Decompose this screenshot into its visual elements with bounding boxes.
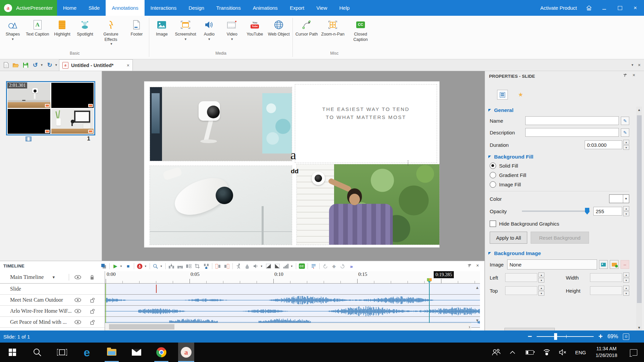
document-tab[interactable]: a Untitled - Untitled* × — [59, 59, 133, 71]
menu-animations[interactable]: Animations — [247, 0, 284, 16]
play-dropdown-icon[interactable]: ▼ — [120, 265, 122, 268]
crop-to-range-icon[interactable] — [195, 263, 201, 269]
tabstrip-close-icon[interactable]: × — [638, 62, 641, 68]
zoom-slider-thumb[interactable] — [554, 333, 557, 340]
select-image-button[interactable] — [599, 260, 608, 269]
cursor-path-button[interactable]: Cursor Path — [294, 19, 320, 38]
blur-effect-icon[interactable] — [244, 263, 250, 269]
gradient-fill-radio[interactable] — [490, 172, 496, 178]
transition-previous-icon[interactable] — [322, 263, 328, 269]
video-frame-title-card[interactable]: THE EASIEST WAY TO TEND TO WHAT MATTERS … — [295, 84, 437, 163]
shapes-button[interactable]: Shapes▼ — [1, 19, 24, 42]
duration-input[interactable]: 0:03.000 — [585, 140, 622, 149]
action-center-icon[interactable] — [623, 343, 644, 362]
screenshot-button[interactable]: Screenshot▼ — [173, 19, 198, 42]
menu-view[interactable]: View — [310, 0, 333, 16]
audio-button[interactable]: Audio▼ — [198, 19, 221, 42]
video-frame-ceiling-cam[interactable] — [150, 166, 292, 245]
zoom-in-button[interactable]: + — [598, 333, 603, 340]
width-stepper[interactable]: ▲▼ — [623, 273, 629, 283]
audio-effect-dropdown-icon[interactable]: ▼ — [260, 265, 263, 268]
slide-canvas[interactable]: THE EASIEST WAY TO TEND TO WHAT MATTERS … — [144, 81, 439, 247]
cursor-effects-icon[interactable] — [235, 263, 241, 269]
playhead-marker[interactable] — [427, 278, 432, 284]
menu-slide[interactable]: Slide — [83, 0, 106, 16]
audio-track-2[interactable] — [105, 306, 480, 317]
highlight-button[interactable]: Highlight — [51, 19, 73, 38]
tray-expand-icon[interactable] — [504, 343, 521, 362]
file-explorer-button[interactable] — [99, 343, 124, 362]
visibility-all-icon[interactable] — [74, 275, 81, 279]
slide-thumbnail[interactable]: 2:01.301 — [6, 81, 95, 135]
zoom-out-button[interactable]: − — [528, 333, 532, 340]
left-input[interactable] — [505, 273, 537, 282]
main-timeline-selector[interactable]: Main Timeline ▼ — [0, 271, 105, 284]
redo-dropdown-icon[interactable]: ▼ — [55, 63, 58, 67]
scroll-down-icon[interactable]: ▼ — [636, 324, 642, 330]
section-background-fill[interactable]: Background Fill — [488, 154, 634, 160]
track-visibility-icon[interactable] — [74, 309, 81, 313]
timeline-dropdown-icon[interactable]: ▼ — [52, 275, 56, 279]
height-input[interactable] — [590, 286, 622, 295]
mail-button[interactable] — [124, 343, 149, 362]
scroll-right-icon[interactable]: › — [469, 324, 470, 329]
track-unlock-icon[interactable] — [90, 298, 95, 303]
opacity-stepper[interactable]: ▲▼ — [623, 206, 629, 216]
slide-track[interactable] — [105, 284, 480, 295]
properties-tab-slide[interactable] — [497, 90, 508, 100]
web-object-button[interactable]: Web Object — [266, 19, 291, 38]
video-frame-install-cam[interactable] — [297, 164, 439, 245]
chrome-button[interactable] — [149, 343, 174, 362]
menu-interactions[interactable]: Interactions — [145, 0, 183, 16]
properties-tab-interactivity[interactable]: ★ — [515, 90, 526, 100]
name-edit-button[interactable]: ✎ — [621, 117, 629, 125]
task-view-button[interactable] — [50, 343, 74, 362]
transition-next-icon[interactable] — [340, 263, 346, 269]
more-tools-icon[interactable]: » — [348, 263, 355, 269]
section-general[interactable]: General — [488, 107, 634, 113]
tab-list-dropdown-icon[interactable]: ▼ — [631, 63, 634, 67]
home-icon[interactable] — [586, 5, 592, 11]
closed-caption-button[interactable]: CC Closed Caption — [346, 19, 375, 43]
footer-button[interactable]: Footer — [125, 19, 148, 38]
left-stepper[interactable]: ▲▼ — [538, 273, 544, 283]
track-row-arlo[interactable]: Arlo Wire-Free Home WiF... — [0, 306, 105, 317]
activepresenter-taskbar-button[interactable]: a — [174, 343, 199, 362]
audio-track-1[interactable] — [105, 295, 480, 306]
properties-pin-icon[interactable] — [623, 73, 627, 77]
volume-muted-icon[interactable] — [555, 343, 572, 362]
color-picker[interactable]: ▼ — [609, 194, 629, 203]
transition-icon[interactable]: ◆ — [331, 263, 337, 269]
track-unlock-icon[interactable] — [90, 320, 95, 325]
record-narration-button[interactable] — [137, 263, 143, 269]
tracks-scroll-up-icon[interactable]: ▲ — [475, 285, 479, 290]
scroll-up-icon[interactable]: ▲ — [636, 107, 642, 113]
open-button[interactable] — [12, 62, 19, 68]
remove-image-button[interactable]: – — [621, 260, 629, 269]
people-icon[interactable] — [488, 343, 504, 362]
lock-all-icon[interactable] — [90, 275, 94, 280]
stop-button[interactable]: ■ — [125, 263, 131, 269]
timeline-zoom-icon[interactable] — [153, 263, 159, 269]
top-input[interactable] — [505, 286, 537, 295]
fade-out-icon[interactable] — [274, 263, 280, 269]
activate-product-link[interactable]: Activate Product — [540, 5, 577, 11]
split-caption-icon[interactable] — [311, 263, 317, 269]
restore-size-button-clipped[interactable] — [504, 328, 555, 330]
youtube-button[interactable]: YouTube YouTube — [244, 19, 266, 38]
hide-background-graphics-checkbox[interactable] — [490, 221, 496, 227]
import-image-button[interactable] — [610, 260, 619, 269]
playhead-line[interactable] — [429, 284, 430, 323]
track-visibility-icon[interactable] — [74, 298, 81, 302]
timeline-ruler[interactable]: 0:000:050:100:15 — [105, 271, 480, 284]
apply-to-all-button[interactable]: Apply to All — [490, 232, 527, 244]
track-unlock-icon[interactable] — [90, 309, 95, 314]
split-audio-video-icon[interactable] — [215, 263, 221, 269]
image-fill-radio[interactable] — [490, 181, 496, 188]
timeline-track-area[interactable]: 0:000:050:100:15 0:19.285 ▲ ▼ ‹ — [105, 271, 480, 330]
edge-button[interactable]: e — [74, 343, 99, 362]
fit-to-window-icon[interactable]: ⊡ — [623, 334, 629, 340]
zoom-dropdown-icon[interactable]: ▼ — [160, 265, 163, 268]
timeline-hscrollbar[interactable]: ‹ › — [105, 323, 471, 330]
minimize-button[interactable] — [601, 5, 608, 11]
